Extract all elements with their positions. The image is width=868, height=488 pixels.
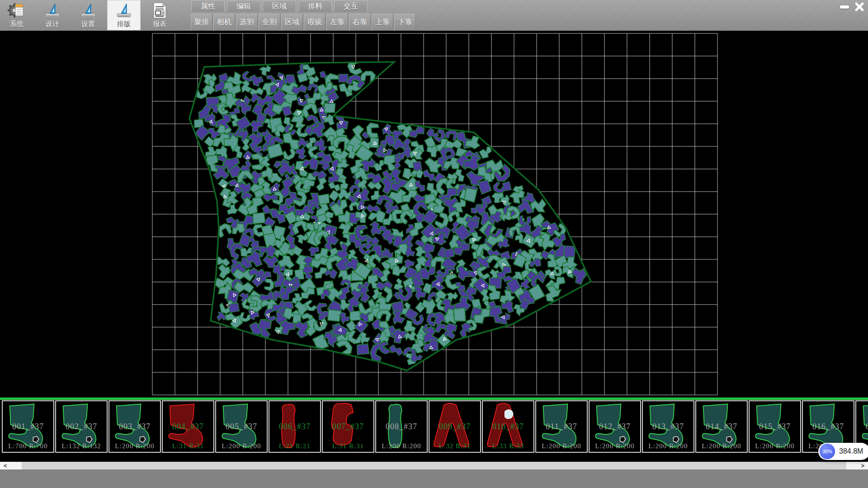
piece-thumbnail-009_#37[interactable]: 009_#37L:32 R:31 xyxy=(429,400,481,453)
piece-counts: L:200 R:200 xyxy=(590,442,640,450)
piece-counts: L:200 R:200 xyxy=(643,442,693,450)
piece-name: 016_#37 xyxy=(803,422,854,432)
piece-counts: L:21 R:21 xyxy=(269,442,320,450)
piece-counts: L:33 R:33 xyxy=(483,442,533,450)
piece-thumbnail-010_#37[interactable]: 010_#37L:33 R:33 xyxy=(482,400,534,453)
piece-thumbnail-003_#37[interactable]: 003_#37L:200 R:200 xyxy=(108,400,161,453)
set-square-icon xyxy=(43,1,61,19)
report-icon xyxy=(151,1,169,19)
progress-circle-icon: 38% xyxy=(819,443,835,460)
piece-name: 007_#37 xyxy=(323,422,373,432)
piece-thumbnail-015_#37[interactable]: 015_#37L:200 R:200 xyxy=(749,400,801,453)
main-button-label: 排版 xyxy=(117,19,131,28)
piece-thumbnail-007_#37[interactable]: 007_#37L:31 R:31 xyxy=(322,400,374,453)
main-button-2[interactable]: 设计 xyxy=(36,0,69,30)
piece-name: 002_#37 xyxy=(56,422,107,432)
set-square-icon xyxy=(79,1,97,19)
set-square-icon xyxy=(115,1,133,19)
memory-value: 384.8M xyxy=(839,447,863,455)
piece-thumbnail-001_#37[interactable]: 001_#37L:700 R:700 xyxy=(2,400,54,453)
piece-name: 001_#37 xyxy=(3,422,53,432)
strip-top-border xyxy=(0,398,868,400)
horizontal-scrollbar[interactable]: < > xyxy=(0,462,868,469)
piece-thumbnail-014_#37[interactable]: 014_#37L:200 R:200 xyxy=(695,400,748,453)
piece-counts: L:200 R:200 xyxy=(750,442,800,450)
piece-thumbnail-012_#37[interactable]: 012_#37L:200 R:200 xyxy=(589,400,641,453)
tool-button-9[interactable]: 上靠 xyxy=(372,14,393,31)
scroll-left-button[interactable]: < xyxy=(0,462,22,469)
main-button-label: 设置 xyxy=(81,19,95,28)
tool-button-3[interactable]: 选割 xyxy=(236,14,258,31)
piece-counts: L:700 R:700 xyxy=(3,442,53,450)
status-bar xyxy=(0,469,868,488)
piece-counts: L:32 R:31 xyxy=(429,442,480,450)
tool-button-4[interactable]: 全割 xyxy=(259,14,280,31)
piece-name: 012_#37 xyxy=(590,422,640,432)
piece-counts: L:200 R:200 xyxy=(536,442,587,450)
piece-name: 006_#37 xyxy=(269,422,320,432)
piece-thumbnail-strip: 001_#37L:700 R:700002_#37L:132 R:132003_… xyxy=(0,398,868,462)
piece-thumbnail-011_#37[interactable]: 011_#37L:200 R:200 xyxy=(535,400,588,453)
piece-counts: L:132 R:132 xyxy=(56,442,107,450)
window-controls xyxy=(838,1,866,13)
piece-counts: L:31 R:31 xyxy=(323,442,373,450)
scroll-right-button[interactable]: > xyxy=(846,462,868,469)
piece-thumbnail-004_#37[interactable]: 004_#37L:31 R:31 xyxy=(162,400,214,453)
app-window: 系统设计设置排版报表 属性编辑区域排料交互 聚排相机选割全割区域瑕疵左靠右靠上靠… xyxy=(0,0,868,488)
menu-tab-4[interactable]: 排料 xyxy=(298,0,332,12)
piece-name: 005_#37 xyxy=(216,422,267,432)
menu-tab-5[interactable]: 交互 xyxy=(334,0,368,12)
piece-counts: L:200 R:200 xyxy=(216,442,267,450)
system-gear-icon xyxy=(8,1,26,19)
tool-button-2[interactable]: 相机 xyxy=(213,14,235,31)
piece-name: 017_#37 xyxy=(856,422,868,432)
piece-name: 004_#37 xyxy=(163,422,213,432)
tool-button-8[interactable]: 右靠 xyxy=(349,14,371,31)
piece-thumbnail-006_#37[interactable]: 006_#37L:21 R:21 xyxy=(269,400,321,453)
piece-name: 003_#37 xyxy=(109,422,160,432)
piece-name: 009_#37 xyxy=(429,422,480,432)
piece-thumbnail-005_#37[interactable]: 005_#37L:200 R:200 xyxy=(215,400,268,453)
memory-badge: 38% 384.8M xyxy=(818,443,868,460)
tool-button-1[interactable]: 聚排 xyxy=(191,14,212,31)
nesting-canvas[interactable] xyxy=(0,31,868,398)
minimize-button[interactable] xyxy=(838,1,851,13)
toolbar: 系统设计设置排版报表 属性编辑区域排料交互 聚排相机选割全割区域瑕疵左靠右靠上靠… xyxy=(0,0,868,31)
main-button-1[interactable]: 系统 xyxy=(0,0,33,30)
tool-button-6[interactable]: 瑕疵 xyxy=(304,14,326,31)
piece-thumbnail-008_#37[interactable]: 008_#37L:200 R:200 xyxy=(375,400,428,453)
tool-button-7[interactable]: 左靠 xyxy=(326,14,348,31)
progress-value: 38% xyxy=(822,449,832,454)
piece-counts: L:200 R:200 xyxy=(109,442,160,450)
tool-button-5[interactable]: 区域 xyxy=(281,14,303,31)
menu-tab-1[interactable]: 属性 xyxy=(191,0,225,12)
minimize-icon xyxy=(840,5,849,9)
canvas-drawing xyxy=(0,31,868,398)
piece-name: 013_#37 xyxy=(643,422,693,432)
close-button[interactable] xyxy=(853,1,866,13)
main-button-label: 系统 xyxy=(10,19,24,28)
main-button-3[interactable]: 设置 xyxy=(71,0,105,30)
piece-counts: L:200 R:200 xyxy=(696,442,747,450)
piece-name: 010_#37 xyxy=(483,422,533,432)
main-button-4[interactable]: 排版 xyxy=(107,0,141,30)
menu-tab-3[interactable]: 区域 xyxy=(263,0,296,12)
piece-counts: L:31 R:31 xyxy=(163,442,213,450)
piece-thumbnail-002_#37[interactable]: 002_#37L:132 R:132 xyxy=(55,400,108,453)
piece-name: 015_#37 xyxy=(750,422,800,432)
main-button-label: 报表 xyxy=(153,19,166,28)
menu-tab-2[interactable]: 编辑 xyxy=(227,0,260,12)
piece-name: 011_#37 xyxy=(536,422,587,432)
piece-counts: L:200 R:200 xyxy=(376,442,427,450)
main-button-5[interactable]: 报表 xyxy=(143,0,176,30)
piece-thumbnail-013_#37[interactable]: 013_#37L:200 R:200 xyxy=(642,400,694,453)
close-icon xyxy=(854,2,864,12)
main-button-label: 设计 xyxy=(46,19,59,28)
piece-name: 014_#37 xyxy=(696,422,747,432)
piece-name: 008_#37 xyxy=(376,422,427,432)
tool-button-10[interactable]: 下靠 xyxy=(394,14,416,31)
